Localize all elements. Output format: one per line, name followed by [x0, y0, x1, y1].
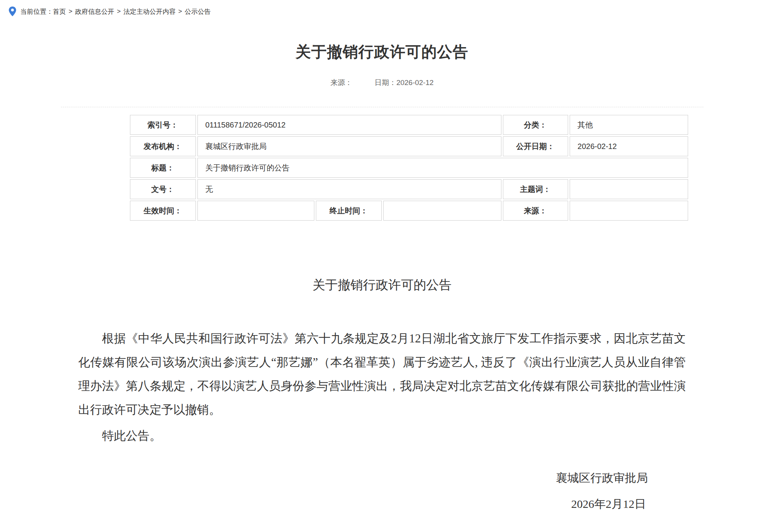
announcement-title: 关于撤销行政许可的公告: [0, 277, 764, 294]
breadcrumb-item-home[interactable]: 首页: [53, 7, 66, 16]
publish-date-value: 2026-02-12: [570, 136, 688, 156]
info-table-section: 索引号： 011158671/2026-05012 分类： 其他 发布机构： 襄…: [61, 107, 703, 222]
index-number-label: 索引号：: [130, 115, 196, 135]
publisher-value: 襄城区行政审批局: [197, 136, 501, 156]
category-value: 其他: [570, 115, 688, 135]
table-row: 生效时间： 终止时间： 来源：: [130, 201, 688, 221]
announcement-body: 根据《中华人民共和国行政许可法》第六十九条规定及2月12日湖北省文旅厅下发工作指…: [78, 327, 686, 448]
doc-title-value: 关于撤销行政许可的公告: [197, 158, 688, 178]
doc-number-label: 文号：: [130, 179, 196, 199]
document-info-table: 索引号： 011158671/2026-05012 分类： 其他 发布机构： 襄…: [128, 113, 690, 222]
category-label: 分类：: [503, 115, 568, 135]
publisher-label: 发布机构：: [130, 136, 196, 156]
signature-block: 襄城区行政审批局 2026年2月12日: [78, 466, 686, 516]
announcement-closing: 特此公告。: [78, 424, 686, 448]
doc-number-value: 无: [197, 179, 501, 199]
table-row: 发布机构： 襄城区行政审批局 公开日期： 2026-02-12: [130, 136, 688, 156]
end-time-label: 终止时间：: [316, 201, 382, 221]
doc-title-label: 标题：: [130, 158, 196, 178]
breadcrumb-prefix: 当前位置：: [20, 7, 53, 16]
meta-date-label: 日期：: [375, 79, 396, 87]
location-pin-icon: [8, 6, 16, 17]
publish-date-label: 公开日期：: [503, 136, 568, 156]
table-row: 索引号： 011158671/2026-05012 分类： 其他: [130, 115, 688, 135]
page-title: 关于撤销行政许可的公告: [0, 41, 764, 62]
announcement-paragraph: 根据《中华人民共和国行政许可法》第六十九条规定及2月12日湖北省文旅厅下发工作指…: [78, 327, 686, 422]
signature-date: 2026年2月12日: [78, 492, 686, 516]
source-label: 来源：: [503, 201, 568, 221]
effective-time-value: [197, 201, 314, 221]
breadcrumb-separator: >: [178, 8, 182, 15]
article-meta: 来源：日期：2026-02-12: [0, 78, 764, 88]
breadcrumb: 当前位置： 首页 > 政府信息公开 > 法定主动公开内容 > 公示公告: [0, 0, 764, 17]
breadcrumb-separator: >: [69, 8, 72, 15]
table-row: 文号： 无 主题词：: [130, 179, 688, 199]
index-number-value: 011158671/2026-05012: [197, 115, 501, 135]
signature-agency: 襄城区行政审批局: [78, 466, 686, 490]
breadcrumb-item-legal-disclosure[interactable]: 法定主动公开内容: [123, 7, 176, 16]
announcement-article: 关于撤销行政许可的公告 根据《中华人民共和国行政许可法》第六十九条规定及2月12…: [0, 277, 764, 516]
source-value: [570, 201, 688, 221]
meta-date-value: 2026-02-12: [396, 79, 434, 87]
table-row: 标题： 关于撤销行政许可的公告: [130, 158, 688, 178]
meta-source-label: 来源：: [330, 79, 352, 87]
breadcrumb-separator: >: [117, 8, 121, 15]
breadcrumb-item-public-notices[interactable]: 公示公告: [185, 7, 211, 16]
end-time-value: [383, 201, 501, 221]
breadcrumb-item-gov-info[interactable]: 政府信息公开: [75, 7, 114, 16]
keywords-value: [570, 179, 688, 199]
keywords-label: 主题词：: [503, 179, 568, 199]
effective-time-label: 生效时间：: [130, 201, 196, 221]
